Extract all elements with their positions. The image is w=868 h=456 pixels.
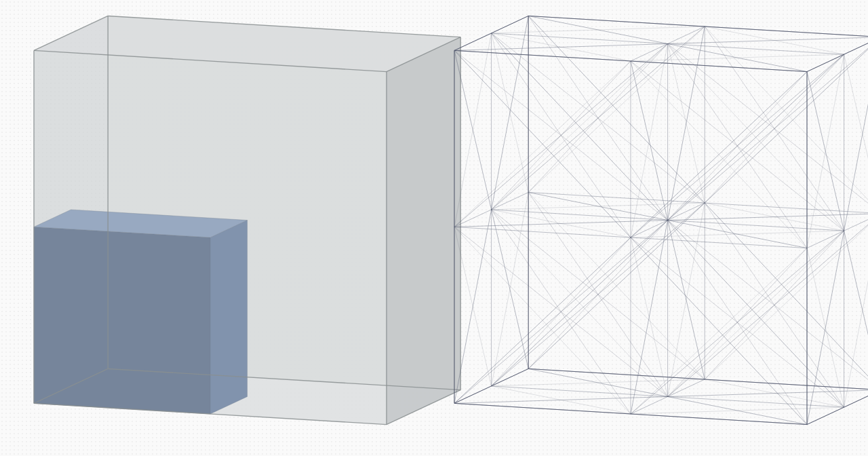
svg-line-140 xyxy=(492,210,705,379)
wireframe-mesh-view xyxy=(0,0,868,456)
svg-line-60 xyxy=(454,33,492,227)
svg-line-86 xyxy=(631,248,807,414)
svg-line-94 xyxy=(668,231,844,396)
svg-line-98 xyxy=(528,192,705,379)
svg-line-126 xyxy=(631,54,844,61)
svg-line-80 xyxy=(844,54,868,214)
svg-line-110 xyxy=(631,407,844,414)
svg-line-102 xyxy=(705,214,868,379)
svg-line-76 xyxy=(807,54,844,248)
svg-line-119 xyxy=(668,214,868,221)
svg-line-148 xyxy=(631,238,844,407)
svg-line-70 xyxy=(668,203,705,396)
svg-line-100 xyxy=(528,26,705,192)
svg-line-68 xyxy=(631,44,668,238)
svg-line-90 xyxy=(492,210,668,397)
svg-line-124 xyxy=(492,26,705,33)
svg-line-72 xyxy=(668,44,705,204)
svg-line-96 xyxy=(668,44,844,231)
svg-line-153 xyxy=(668,214,868,397)
svg-line-111 xyxy=(668,390,868,397)
svg-line-74 xyxy=(807,248,844,408)
svg-line-157 xyxy=(668,37,868,221)
svg-line-82 xyxy=(454,227,631,414)
svg-line-103 xyxy=(705,37,868,203)
svg-line-108 xyxy=(492,379,705,386)
svg-line-118 xyxy=(631,231,844,238)
svg-line-136 xyxy=(454,50,668,220)
diagram-stage xyxy=(0,0,868,456)
svg-line-152 xyxy=(631,61,844,231)
svg-line-92 xyxy=(492,44,668,210)
svg-line-116 xyxy=(492,203,705,210)
svg-line-132 xyxy=(454,227,668,396)
svg-line-88 xyxy=(631,61,807,248)
svg-line-64 xyxy=(492,33,529,193)
svg-line-77 xyxy=(844,231,868,390)
svg-line-79 xyxy=(844,37,868,231)
svg-line-78 xyxy=(844,214,868,407)
svg-line-127 xyxy=(668,37,868,44)
svg-line-58 xyxy=(454,227,492,386)
svg-line-144 xyxy=(492,33,705,203)
svg-line-62 xyxy=(492,192,529,385)
svg-line-84 xyxy=(454,61,631,227)
svg-line-66 xyxy=(631,238,668,397)
